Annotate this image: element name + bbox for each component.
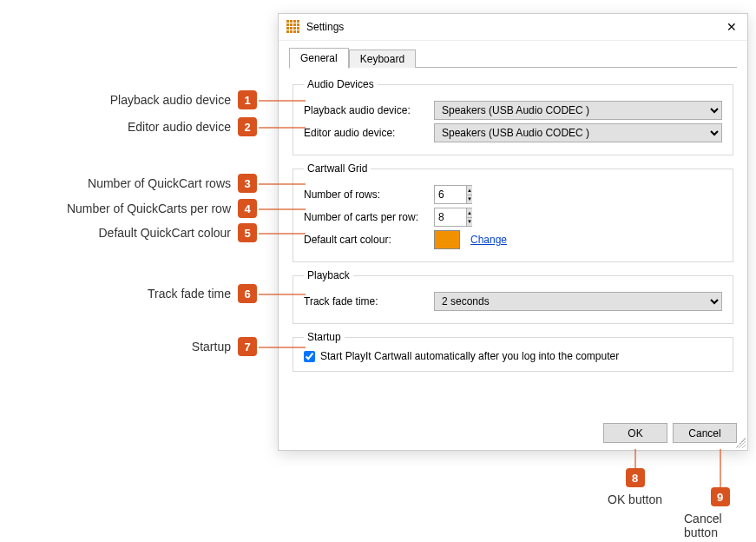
perrow-input[interactable]: ▲ ▼ [434,208,472,227]
lead-5 [259,233,306,235]
rows-field[interactable] [435,186,466,203]
rows-spin-down[interactable]: ▼ [467,195,472,204]
perrow-spin-up[interactable]: ▲ [467,208,472,218]
playback-legend: Playback [304,269,353,281]
rows-spinner[interactable]: ▲ ▼ [466,186,472,203]
ok-button[interactable]: OK [603,423,667,443]
settings-dialog: Settings ✕ General Keyboard Audio Device… [278,13,748,451]
callout-4-marker: 4 [238,199,257,218]
rows-spin-up[interactable]: ▲ [467,186,472,195]
window-title: Settings [306,21,723,33]
resize-grip[interactable] [735,438,746,448]
editor-device-label: Editor audio device: [304,127,434,139]
color-swatch [434,230,460,249]
callout-7: Startup 7 [192,337,257,356]
lead-7 [259,347,306,348]
callout-3-marker: 3 [238,174,257,193]
callout-8-marker: 8 [626,468,645,487]
startup-group: Startup Start PlayIt Cartwall automatica… [293,331,733,372]
cartwall-grid-legend: Cartwall Grid [304,162,371,175]
tab-content: Audio Devices Playback audio device: Spe… [279,68,747,420]
tab-keyboard[interactable]: Keyboard [349,50,416,68]
fade-label: Track fade time: [304,295,434,307]
callout-2-marker: 2 [238,117,257,136]
callout-1-text: Playback audio device [110,93,231,107]
callout-8-line [634,449,636,468]
perrow-row: Number of carts per row: ▲ ▼ [304,208,722,227]
change-color-link[interactable]: Change [470,234,507,246]
startup-legend: Startup [304,331,345,343]
callout-9-line [720,449,721,487]
callout-5-marker: 5 [238,223,257,242]
color-row: Default cart colour: Change [304,230,722,249]
perrow-spin-down[interactable]: ▼ [467,218,472,227]
lead-4 [259,208,306,210]
close-icon[interactable]: ✕ [723,20,740,34]
startup-checkbox-label: Start PlayIt Cartwall automatically afte… [320,350,619,362]
callout-1-marker: 1 [238,90,257,109]
startup-checkbox[interactable] [304,351,315,362]
rows-input[interactable]: ▲ ▼ [434,185,472,204]
playback-device-select[interactable]: Speakers (USB Audio CODEC ) [434,101,722,120]
audio-devices-group: Audio Devices Playback audio device: Spe… [293,78,733,155]
callout-6-text: Track fade time [148,287,231,301]
startup-row: Start PlayIt Cartwall automatically afte… [304,350,722,362]
lead-1 [259,100,306,102]
dialog-buttons: OK Cancel [603,423,737,443]
lead-3 [259,183,306,185]
callout-8: 8 OK button [608,449,662,506]
lead-6 [259,294,306,295]
callout-8-text: OK button [608,492,662,506]
audio-devices-legend: Audio Devices [304,78,378,90]
callout-1: Playback audio device 1 [110,90,257,109]
app-icon [286,20,299,34]
callout-2-text: Editor audio device [128,120,231,134]
cancel-button[interactable]: Cancel [673,423,737,443]
callout-4-text: Number of QuickCarts per row [67,202,231,215]
callout-6: Track fade time 6 [148,284,257,303]
callout-5-text: Default QuickCart colour [98,226,231,240]
callout-7-marker: 7 [238,337,257,356]
editor-device-row: Editor audio device: Speakers (USB Audio… [304,123,722,142]
perrow-spinner[interactable]: ▲ ▼ [466,208,472,226]
tab-strip: General Keyboard [279,41,747,68]
fade-row: Track fade time: 2 seconds [304,292,722,311]
callout-4: Number of QuickCarts per row 4 [67,199,257,218]
callout-3: Number of QuickCart rows 3 [88,174,257,193]
callout-7-text: Startup [192,340,231,354]
playback-device-label: Playback audio device: [304,104,434,116]
callout-2: Editor audio device 2 [128,117,257,136]
playback-device-row: Playback audio device: Speakers (USB Aud… [304,101,722,120]
perrow-field[interactable] [435,208,466,226]
callout-6-marker: 6 [238,284,257,303]
editor-device-select[interactable]: Speakers (USB Audio CODEC ) [434,123,722,142]
rows-row: Number of rows: ▲ ▼ [304,185,722,204]
callout-9-text: Cancel button [684,512,756,539]
callout-5: Default QuickCart colour 5 [98,223,257,242]
lead-2 [259,127,306,129]
tab-general[interactable]: General [289,48,349,69]
title-bar: Settings ✕ [279,14,747,41]
playback-group: Playback Track fade time: 2 seconds [293,269,733,324]
cartwall-grid-group: Cartwall Grid Number of rows: ▲ ▼ Number… [293,162,733,262]
rows-label: Number of rows: [304,188,434,201]
callout-3-text: Number of QuickCart rows [88,176,231,190]
callout-9: 9 Cancel button [684,449,756,539]
perrow-label: Number of carts per row: [304,211,434,223]
callout-9-marker: 9 [711,487,730,506]
fade-select[interactable]: 2 seconds [434,292,722,311]
color-label: Default cart colour: [304,234,434,246]
